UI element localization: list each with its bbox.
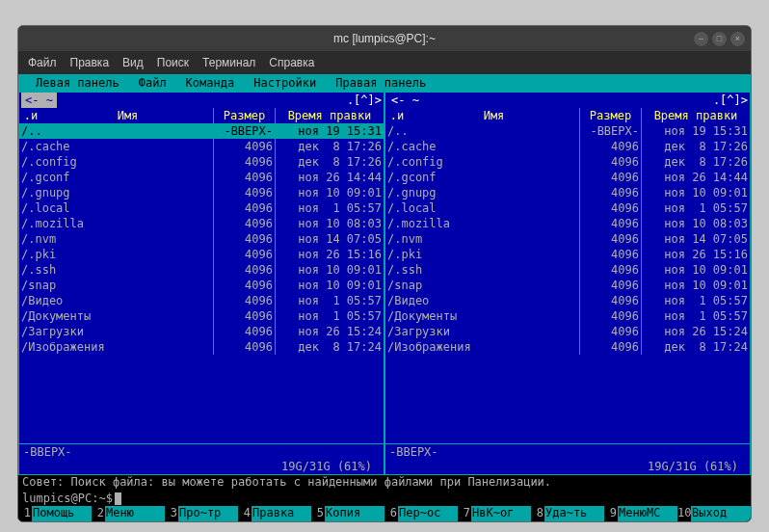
table-row[interactable]: /..-ВВЕРХ-ноя 19 15:31 (19, 123, 384, 139)
file-size: 4096 (214, 293, 276, 308)
file-date: дек 8 17:24 (642, 339, 750, 355)
menu-file[interactable]: Файл (28, 56, 57, 69)
table-row[interactable]: /.cache4096дек 8 17:26 (19, 139, 384, 154)
file-date: ноя 10 09:01 (642, 278, 750, 293)
col-header-name[interactable]: Имя (42, 108, 214, 123)
table-row[interactable]: /Видео4096ноя 1 05:57 (19, 293, 384, 308)
file-name: /.cache (385, 139, 580, 154)
fkey-10[interactable]: 10Выход (677, 506, 751, 521)
table-row[interactable]: /snap4096ноя 10 09:01 (19, 278, 384, 293)
fkey-1[interactable]: 1Помощь (18, 506, 92, 521)
table-row[interactable]: /.mozilla4096ноя 10 08:03 (385, 216, 750, 231)
table-row[interactable]: /.ssh4096ноя 10 09:01 (19, 262, 384, 278)
window-title: mc [lumpics@PC]:~ (333, 32, 436, 45)
col-header-date[interactable]: Время правки (642, 108, 750, 123)
file-size: 4096 (214, 308, 276, 324)
terminal-window: mc [lumpics@PC]:~ – □ × Файл Правка Вид … (17, 25, 752, 522)
command-prompt[interactable]: lumpics@PC:~$ (18, 491, 751, 506)
table-row[interactable]: /.gnupg4096ноя 10 09:01 (19, 185, 384, 200)
table-row[interactable]: /.cache4096дек 8 17:26 (385, 139, 750, 154)
table-row[interactable]: /Загрузки4096ноя 26 15:24 (385, 324, 750, 339)
table-row[interactable]: /.local4096ноя 1 05:57 (385, 200, 750, 216)
file-name: /Видео (385, 293, 580, 308)
table-row[interactable]: /.nvm4096ноя 14 07:05 (19, 231, 384, 247)
mc-menu-options[interactable]: Настройки (244, 76, 326, 90)
file-name: /.cache (19, 139, 214, 154)
mc-menu-file[interactable]: Файл (129, 76, 176, 90)
menu-help[interactable]: Справка (269, 56, 314, 69)
col-header-size[interactable]: Размер (214, 108, 276, 123)
file-size: 4096 (214, 154, 276, 170)
file-date: ноя 26 15:16 (276, 247, 384, 262)
col-header-size[interactable]: Размер (580, 108, 642, 123)
menu-view[interactable]: Вид (122, 56, 144, 69)
menu-search[interactable]: Поиск (157, 56, 189, 69)
table-row[interactable]: /.pki4096ноя 26 15:16 (19, 247, 384, 262)
fkey-label: Уда~ть (544, 506, 604, 521)
left-panel-footer: -ВВЕРХ- (19, 443, 384, 459)
fkey-5[interactable]: 5Копия (311, 506, 384, 521)
left-panel-path[interactable]: <- ~ (21, 93, 57, 108)
table-row[interactable]: /.pki4096ноя 26 15:16 (385, 247, 750, 262)
table-row[interactable]: /..-ВВЕРХ-ноя 19 15:31 (385, 123, 750, 139)
table-row[interactable]: /Документы4096ноя 1 05:57 (19, 308, 384, 324)
col-header-name[interactable]: Имя (409, 108, 580, 123)
mc-menu-command[interactable]: Команда (176, 76, 245, 90)
file-name: /.local (385, 200, 580, 216)
table-row[interactable]: /.config4096дек 8 17:26 (19, 154, 384, 170)
mc-menu-left[interactable]: Левая панель (26, 76, 129, 90)
table-row[interactable]: /Изображения4096дек 8 17:24 (19, 339, 384, 355)
file-date: ноя 19 15:31 (642, 123, 750, 139)
table-row[interactable]: /.gconf4096ноя 26 14:44 (19, 170, 384, 185)
right-panel-path[interactable]: <- ~ (387, 93, 423, 108)
file-size: 4096 (214, 324, 276, 339)
table-row[interactable]: /.config4096дек 8 17:26 (385, 154, 750, 170)
table-row[interactable]: /Загрузки4096ноя 26 15:24 (19, 324, 384, 339)
fkey-label: Выход (691, 506, 751, 521)
table-row[interactable]: /Документы4096ноя 1 05:57 (385, 308, 750, 324)
file-size: 4096 (580, 278, 642, 293)
fkey-number: 10 (677, 506, 691, 521)
col-header-n[interactable]: .и (385, 108, 409, 123)
file-name: /Загрузки (385, 324, 580, 339)
table-row[interactable]: /.gnupg4096ноя 10 09:01 (385, 185, 750, 200)
fkey-label: МенюМС (618, 506, 677, 521)
table-row[interactable]: /.nvm4096ноя 14 07:05 (385, 231, 750, 247)
minimize-button[interactable]: – (694, 32, 708, 46)
file-name: /Изображения (19, 339, 214, 355)
file-size: 4096 (580, 200, 642, 216)
window-title-bar: mc [lumpics@PC]:~ – □ × (18, 26, 751, 51)
maximize-button[interactable]: □ (712, 32, 727, 46)
file-size: -ВВЕРХ- (214, 123, 276, 139)
fkey-8[interactable]: 8Уда~ть (531, 506, 604, 521)
menu-edit[interactable]: Правка (70, 56, 110, 69)
table-row[interactable]: /.local4096ноя 1 05:57 (19, 200, 384, 216)
table-row[interactable]: /.ssh4096ноя 10 09:01 (385, 262, 750, 278)
file-size: 4096 (214, 216, 276, 231)
fkey-6[interactable]: 6Пер~ос (384, 506, 458, 521)
right-panel[interactable]: <- ~ .[^]> .и Имя Размер Время правки /.… (384, 92, 751, 475)
close-button[interactable]: × (730, 32, 745, 46)
fkey-9[interactable]: 9МенюМС (604, 506, 677, 521)
menu-terminal[interactable]: Терминал (202, 56, 255, 69)
mc-menu-right[interactable]: Правая панель (326, 76, 436, 90)
file-date: ноя 14 07:05 (642, 231, 750, 247)
table-row[interactable]: /Видео4096ноя 1 05:57 (385, 293, 750, 308)
fkey-7[interactable]: 7НвК~ог (458, 506, 531, 521)
left-panel[interactable]: <- ~ .[^]> .и Имя Размер Время правки /.… (18, 92, 384, 475)
file-name: /Изображения (385, 339, 580, 355)
fkey-3[interactable]: 3Про~тр (165, 506, 238, 521)
file-name: /.mozilla (385, 216, 580, 231)
file-size: 4096 (580, 154, 642, 170)
file-date: ноя 14 07:05 (276, 231, 384, 247)
col-header-date[interactable]: Время правки (276, 108, 384, 123)
table-row[interactable]: /Изображения4096дек 8 17:24 (385, 339, 750, 355)
table-row[interactable]: /.mozilla4096ноя 10 08:03 (19, 216, 384, 231)
table-row[interactable]: /snap4096ноя 10 09:01 (385, 278, 750, 293)
col-header-n[interactable]: .и (19, 108, 42, 123)
fkey-4[interactable]: 4Правка (238, 506, 311, 521)
table-row[interactable]: /.gconf4096ноя 26 14:44 (385, 170, 750, 185)
fkey-2[interactable]: 2Меню (92, 506, 165, 521)
file-size: 4096 (214, 185, 276, 200)
file-size: 4096 (580, 216, 642, 231)
